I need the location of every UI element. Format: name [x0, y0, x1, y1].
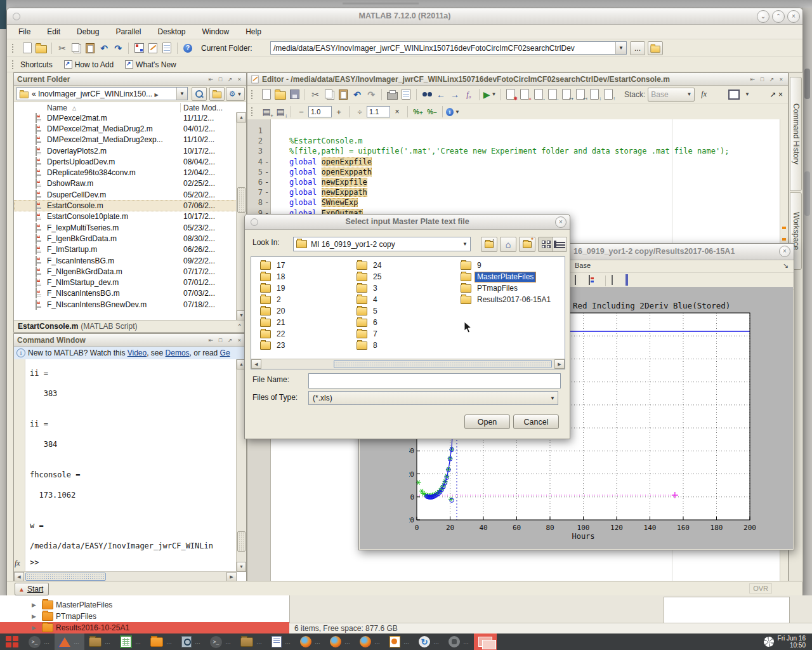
taskbar-item-app-launcher[interactable]	[0, 633, 24, 650]
taskbar-item-terminal-1[interactable]: >_…	[24, 633, 55, 650]
command-window-hscrollbar[interactable]: ◀ ▶	[14, 571, 237, 581]
editor-header[interactable]: Editor - /media/data/EASY/InovImager_jwr…	[247, 73, 788, 86]
matlab-titlebar[interactable]: MATLAB 7.12.0 (R2011a) ⌄ ⌃ ×	[7, 8, 802, 25]
code-line[interactable]: 2%EstartConsole.m	[247, 136, 780, 146]
new-folder-button[interactable]: *	[519, 237, 535, 252]
minimize-button[interactable]: ⌄	[757, 10, 769, 23]
print-preview-icon[interactable]	[399, 88, 413, 101]
tree-row[interactable]: ▶MasterPlateFiles	[0, 599, 289, 611]
help-icon[interactable]: ?	[181, 42, 195, 55]
redo-icon[interactable]: ↷	[364, 88, 378, 101]
code-line[interactable]: 8-global SWnewExp	[247, 197, 780, 208]
folder-item[interactable]: 23	[260, 340, 287, 351]
start-button[interactable]: ▲ Start	[15, 583, 49, 595]
undo-icon[interactable]: ↶	[350, 88, 364, 101]
file-row[interactable]: DReplicate96to384conv.m12/04/2...	[14, 167, 237, 178]
fx-icon[interactable]: fx	[15, 559, 20, 568]
guide-icon[interactable]	[146, 42, 160, 55]
multiply-icon[interactable]: ×	[390, 105, 404, 118]
taskbar-item-file-manager-3[interactable]: …	[236, 633, 267, 650]
expander-icon[interactable]: ▶	[32, 625, 36, 631]
code-line[interactable]: 4-global openExpfile	[247, 157, 780, 167]
file-row[interactable]: F_IscanIntensBG.m09/22/2...	[14, 255, 237, 266]
file-row[interactable]: DpertsUploadDev.m08/04/2...	[14, 156, 237, 167]
notebook-icon[interactable]	[160, 42, 174, 55]
list-view-button[interactable]	[552, 237, 567, 252]
folder-item[interactable]: 22	[260, 328, 287, 340]
file-row[interactable]: F_IexpMultiTseries.m05/23/2...	[14, 222, 237, 233]
axes-icon[interactable]	[625, 275, 628, 284]
taskbar-item-matlab[interactable]: …	[55, 633, 84, 650]
new-file-icon[interactable]	[259, 88, 273, 101]
current-folder-header[interactable]: Current Folder ⇤ □ ↗ ×	[14, 73, 246, 86]
folder-list[interactable]: 171819220212223 2425345678 9MasterPlateF…	[251, 256, 565, 369]
menu-file[interactable]: File	[18, 27, 30, 36]
folder-item[interactable]: 4	[357, 294, 383, 305]
file-details-bar[interactable]: EstartConsole.m (MATLAB Script) ⌃	[14, 320, 246, 332]
scroll-down-icon[interactable]: ▼	[237, 562, 246, 572]
fx-button[interactable]: fx	[701, 90, 707, 99]
open-file-icon[interactable]	[273, 88, 287, 101]
folder-item[interactable]: Results2017-06-15A1	[461, 294, 553, 305]
folder-item[interactable]: 18	[260, 271, 287, 282]
toolbar-grip[interactable]	[12, 44, 15, 53]
menu-parallel[interactable]: Parallel	[115, 27, 141, 36]
up-one-level-button[interactable]: ↑	[481, 237, 497, 252]
column-name[interactable]: Name	[47, 103, 67, 112]
step-out-icon[interactable]: ←	[546, 88, 560, 101]
tree-row[interactable]: ▶PTmapFiles	[0, 611, 289, 622]
background-scrollbar[interactable]	[802, 8, 812, 595]
comment-remove-icon[interactable]: %₋	[425, 105, 439, 118]
menu-help[interactable]: Help	[246, 27, 261, 36]
cell-value-1[interactable]: 1.0	[308, 106, 332, 117]
increase-indent-icon[interactable]: +	[332, 105, 346, 118]
dialog-titlebar[interactable]: Select input Master Plate text file ×	[245, 215, 570, 230]
taskbar-item-software-updater[interactable]: ↻…	[414, 633, 444, 650]
open-button[interactable]: Open	[464, 415, 510, 429]
taskbar-item-libreoffice-impress[interactable]: …	[385, 633, 414, 650]
comment-add-icon[interactable]: %₊	[411, 105, 425, 118]
file-row[interactable]: DoverlayPlots2.m10/17/2...	[14, 145, 237, 156]
editor-dock-icons[interactable]: ↗ ×	[770, 90, 783, 99]
file-row[interactable]: F_ImStartup.m06/26/2...	[14, 244, 237, 255]
taskbar-clock[interactable]: Fri Jun 16 10:50	[764, 635, 812, 649]
folder-item[interactable]: 7	[357, 328, 383, 340]
code-line[interactable]: 6-global newExpfile	[247, 177, 780, 187]
legend-icon[interactable]	[589, 275, 590, 284]
taskbar-item-document-viewer[interactable]: …	[177, 633, 206, 650]
taskbar-item-firefox-1[interactable]: …	[296, 633, 325, 650]
getting-started-link[interactable]: Ge	[220, 348, 230, 357]
video-link[interactable]: Video	[128, 348, 147, 357]
split-dropdown-icon[interactable]: ▼	[745, 91, 750, 97]
taskbar-item-screenshot-tool[interactable]	[474, 633, 497, 650]
find-icon[interactable]	[420, 88, 434, 101]
go-back-icon[interactable]: ←	[434, 88, 448, 101]
panel-dock-icons[interactable]: ⇤ □ ↗ ×	[750, 76, 785, 83]
maximize-button[interactable]: ⌃	[772, 10, 785, 23]
home-button[interactable]: ⌂	[500, 237, 516, 252]
up-folder-button[interactable]	[648, 41, 663, 55]
search-button[interactable]	[192, 87, 207, 101]
cut-icon[interactable]: ✂	[55, 42, 69, 55]
dialog-close-button[interactable]: ×	[555, 216, 566, 228]
hold-icon[interactable]	[612, 275, 613, 284]
code-line[interactable]: 7-global newExppath	[247, 187, 780, 197]
breakpoint-clear-icon[interactable]: ↑	[601, 88, 615, 101]
command-prompt[interactable]: >>	[30, 558, 39, 567]
undo-icon[interactable]: ↶	[97, 42, 111, 55]
taskbar-item-file-manager-2[interactable]: …	[146, 633, 177, 650]
simulink-icon[interactable]	[132, 42, 146, 55]
scroll-up-icon[interactable]: ▲	[237, 112, 246, 123]
file-row[interactable]: F_NIgenBkGrdData.m07/17/2...	[14, 266, 237, 277]
shortcut-whats-new[interactable]: What's New	[125, 60, 176, 69]
go-forward-icon[interactable]: →	[448, 88, 462, 101]
code-line[interactable]: 3%[file,path] = uiputfile('.mat','Create…	[247, 146, 780, 156]
folder-list-hscrollbar[interactable]: ◀ ▶	[251, 359, 565, 369]
command-window-header[interactable]: Command Window ⇤ □ ↗ ×	[14, 334, 246, 347]
file-row[interactable]: EstartConsole.m07/06/2...	[14, 200, 237, 211]
stack-combo[interactable]: Base▼	[648, 88, 695, 102]
tab-command-history[interactable]: Command History	[790, 77, 802, 191]
clear-cell-icon[interactable]: ×	[518, 88, 532, 101]
actions-button[interactable]: ⚙▼	[226, 87, 245, 101]
command-window-output[interactable]: ii = 383 ii = 384 fhconsole = 173.1062 w…	[14, 359, 237, 572]
